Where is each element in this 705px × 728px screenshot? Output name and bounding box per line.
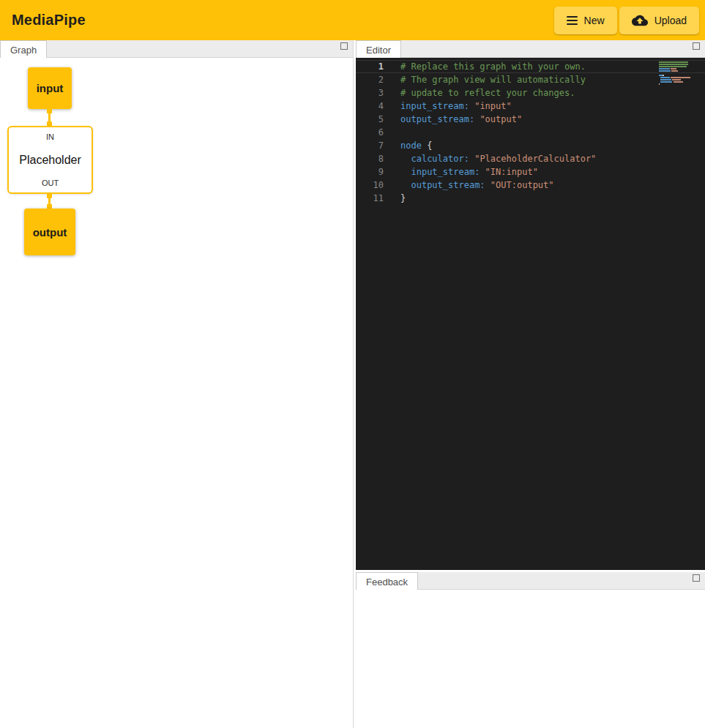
code-line[interactable]: 11} xyxy=(356,192,705,205)
upload-button-label: Upload xyxy=(654,15,687,26)
code-line[interactable]: 3# update to reflect your changes. xyxy=(356,86,705,100)
line-number: 1 xyxy=(356,60,384,73)
code-line[interactable]: 4input_stream: "input" xyxy=(356,100,705,113)
graph-popout-icon[interactable] xyxy=(340,42,348,50)
code-line[interactable]: 9 input_stream: "IN:input" xyxy=(356,165,705,179)
line-number: 3 xyxy=(356,86,384,100)
new-button-label: New xyxy=(584,15,605,26)
graph-edge xyxy=(48,194,51,209)
editor-popout-icon[interactable] xyxy=(693,42,700,50)
code-editor[interactable]: 1# Replace this graph with your own.2# T… xyxy=(356,58,705,570)
tab-graph[interactable]: Graph xyxy=(0,40,47,58)
code-text: } xyxy=(384,192,406,205)
right-column: Editor 1# Replace this graph with your o… xyxy=(356,40,705,728)
line-number: 2 xyxy=(356,73,384,86)
new-button[interactable]: New xyxy=(554,7,617,34)
line-number: 4 xyxy=(356,100,384,113)
code-text: input_stream: "input" xyxy=(384,100,512,113)
graph-panel: Graph input IN Placeholder OUT output xyxy=(0,40,354,728)
upload-button[interactable]: Upload xyxy=(619,7,699,34)
feedback-panel: Feedback xyxy=(356,572,705,728)
header-actions: New Upload xyxy=(554,7,699,34)
graph-node-input[interactable]: input xyxy=(28,67,72,109)
minimap[interactable] xyxy=(659,61,693,85)
editor-panel: Editor 1# Replace this graph with your o… xyxy=(356,40,705,570)
code-text: output_stream: "output" xyxy=(384,113,522,126)
cloud-upload-icon xyxy=(632,12,648,29)
line-number: 10 xyxy=(356,179,384,192)
line-number: 9 xyxy=(356,165,384,179)
code-line[interactable]: 2# The graph view will automatically xyxy=(356,73,705,86)
menu-icon xyxy=(567,16,578,25)
code-line[interactable]: 6 xyxy=(356,126,705,139)
app-header: MediaPipe New Upload xyxy=(0,0,705,40)
code-line[interactable]: 10 output_stream: "OUT:output" xyxy=(356,179,705,192)
code-text: # The graph view will automatically xyxy=(384,73,586,86)
code-line[interactable]: 1# Replace this graph with your own. xyxy=(356,60,705,73)
line-number: 7 xyxy=(356,139,384,152)
code-text: input_stream: "IN:input" xyxy=(384,165,538,179)
line-number: 11 xyxy=(356,192,384,205)
graph-canvas[interactable]: input IN Placeholder OUT output xyxy=(0,58,353,728)
code-line[interactable]: 7node { xyxy=(356,139,705,152)
input-port-label: IN xyxy=(46,132,54,141)
editor-tabstrip: Editor xyxy=(356,40,705,58)
code-text: # Replace this graph with your own. xyxy=(384,60,586,73)
code-text: output_stream: "OUT:output" xyxy=(384,179,554,192)
graph-tabstrip: Graph xyxy=(0,40,353,58)
node-label: input xyxy=(37,82,64,94)
main-area: Graph input IN Placeholder OUT output xyxy=(0,40,705,728)
graph-node-placeholder[interactable]: IN Placeholder OUT xyxy=(7,126,93,194)
node-label: Placeholder xyxy=(19,154,81,167)
code-lines: 1# Replace this graph with your own.2# T… xyxy=(356,60,705,205)
line-number: 5 xyxy=(356,113,384,126)
node-label: output xyxy=(33,226,67,239)
code-line[interactable]: 5output_stream: "output" xyxy=(356,113,705,126)
feedback-tabstrip: Feedback xyxy=(356,572,705,590)
line-number: 8 xyxy=(356,152,384,165)
line-number: 6 xyxy=(356,126,384,139)
code-text: calculator: "PlaceholderCalculator" xyxy=(384,152,596,165)
tab-feedback[interactable]: Feedback xyxy=(356,572,418,590)
code-text: node { xyxy=(384,139,432,152)
code-text xyxy=(384,126,400,139)
graph-node-output[interactable]: output xyxy=(24,209,75,255)
code-line[interactable]: 8 calculator: "PlaceholderCalculator" xyxy=(356,152,705,165)
feedback-popout-icon[interactable] xyxy=(693,574,700,582)
feedback-body xyxy=(356,590,705,728)
app-title: MediaPipe xyxy=(12,12,86,29)
graph-edge xyxy=(48,109,51,126)
output-port-label: OUT xyxy=(42,179,59,187)
app: MediaPipe New Upload Graph xyxy=(0,0,705,728)
code-text: # update to reflect your changes. xyxy=(384,86,575,100)
tab-editor[interactable]: Editor xyxy=(356,40,401,58)
